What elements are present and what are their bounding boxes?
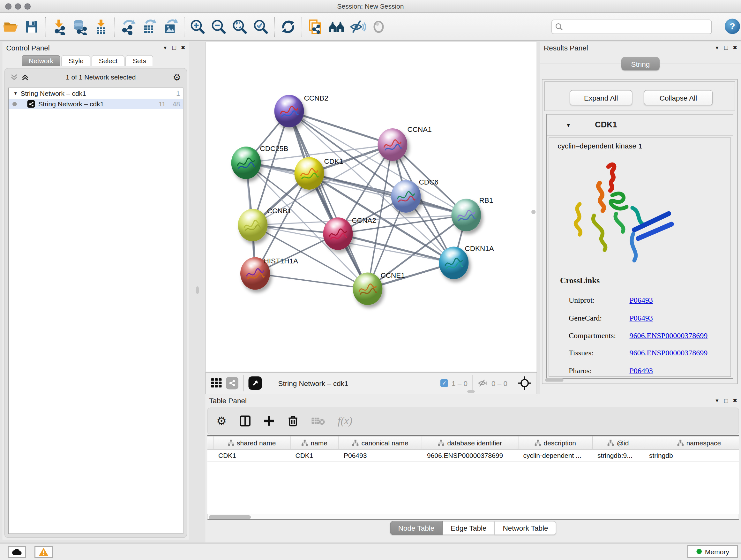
export-table-button[interactable] bbox=[139, 16, 160, 37]
chevron-down-icon[interactable]: ▼ bbox=[13, 91, 17, 96]
panel-close-icon[interactable]: ✖ bbox=[181, 44, 185, 51]
panel-float-icon[interactable]: □ bbox=[724, 397, 728, 404]
expand-all-button[interactable]: Expand All bbox=[569, 90, 632, 105]
network-node-ccna1[interactable] bbox=[378, 128, 408, 161]
collapse-all-icon[interactable] bbox=[10, 73, 18, 81]
network-node-ccnb1[interactable] bbox=[238, 209, 268, 241]
table-hscroll-thumb[interactable] bbox=[209, 515, 251, 519]
chevron-down-icon[interactable]: ▼ bbox=[566, 122, 571, 128]
network-collection-row[interactable]: ▼ String Network – cdk1 1 bbox=[9, 88, 183, 99]
network-edge[interactable] bbox=[289, 111, 367, 289]
table-cell[interactable]: stringdb:9... bbox=[593, 450, 644, 461]
panel-menu-icon[interactable]: ▼ bbox=[163, 45, 167, 50]
crosslink-link[interactable]: P06493 bbox=[630, 296, 653, 305]
network-node-ccne1[interactable] bbox=[353, 273, 383, 305]
network-node-cdc6[interactable] bbox=[391, 180, 421, 212]
network-node-ccna2[interactable] bbox=[323, 217, 353, 250]
show-columns-button[interactable] bbox=[239, 415, 251, 427]
network-overview-button[interactable] bbox=[226, 377, 239, 389]
column-header-database-identifier[interactable]: database identifier bbox=[422, 436, 519, 449]
export-network-button[interactable] bbox=[118, 16, 139, 37]
panel-menu-icon[interactable]: ▼ bbox=[715, 398, 720, 403]
results-hscroll-thumb[interactable] bbox=[545, 378, 563, 382]
gear-icon[interactable]: ⚙ bbox=[173, 71, 181, 83]
crosslink-link[interactable]: 9606.ENSP00000378699 bbox=[630, 349, 708, 357]
memory-button[interactable]: Memory bbox=[687, 545, 738, 558]
network-node-ccnb2[interactable] bbox=[274, 95, 304, 127]
export-image-button[interactable] bbox=[160, 16, 181, 37]
share-document-button[interactable] bbox=[305, 16, 326, 37]
tab-sets[interactable]: Sets bbox=[126, 55, 153, 66]
table-options-button[interactable]: ⚙ bbox=[216, 415, 226, 428]
column-header--id[interactable]: @id bbox=[593, 436, 644, 449]
column-header-name[interactable]: name bbox=[291, 436, 339, 449]
table-cell[interactable]: 9606.ENSP00000378699 bbox=[422, 450, 519, 461]
zoom-fit-button[interactable] bbox=[229, 16, 251, 37]
crosshair-icon[interactable] bbox=[518, 376, 532, 390]
network-node-rb1[interactable] bbox=[452, 199, 481, 232]
delete-column-button[interactable] bbox=[287, 415, 298, 427]
help-button[interactable]: ? bbox=[725, 19, 740, 34]
import-network-database-button[interactable] bbox=[70, 16, 91, 37]
panel-float-icon[interactable]: □ bbox=[724, 44, 728, 51]
table-hscrollbar[interactable] bbox=[207, 514, 739, 520]
results-panel: Results Panel ▼ □ ✖ String Expand All Co… bbox=[540, 42, 741, 394]
open-file-button[interactable] bbox=[0, 16, 21, 37]
search-input[interactable] bbox=[563, 23, 711, 30]
column-header-description[interactable]: description bbox=[519, 436, 593, 449]
return-to-gallery-button[interactable] bbox=[326, 16, 347, 37]
expand-all-icon[interactable] bbox=[22, 73, 29, 81]
crosslink-link[interactable]: P06493 bbox=[630, 367, 653, 375]
tab-edge-table[interactable]: Edge Table bbox=[443, 521, 495, 535]
table-cell[interactable]: P06493 bbox=[339, 450, 422, 461]
import-table-file-button[interactable] bbox=[91, 16, 112, 37]
hide-panel-button[interactable] bbox=[347, 16, 368, 37]
table-cell[interactable]: stringdb bbox=[644, 450, 739, 461]
selected-checkbox[interactable]: ✓ bbox=[441, 379, 448, 387]
table-cell[interactable]: CDK1 bbox=[291, 450, 339, 461]
tab-select[interactable]: Select bbox=[91, 55, 125, 66]
cloud-status-button[interactable] bbox=[8, 546, 26, 558]
import-network-file-button[interactable] bbox=[49, 16, 70, 37]
tab-network-table[interactable]: Network Table bbox=[495, 521, 556, 535]
panel-close-icon[interactable]: ✖ bbox=[733, 44, 737, 51]
gene-header-row[interactable]: ▼ CDK1 bbox=[547, 115, 733, 136]
zoom-selected-button[interactable] bbox=[251, 16, 272, 37]
tab-node-table[interactable]: Node Table bbox=[390, 521, 442, 535]
table-row[interactable]: CDK1CDK1P064939606.ENSP00000378699cyclin… bbox=[207, 450, 739, 462]
network-edge[interactable] bbox=[255, 273, 368, 289]
birdseye-view-button[interactable] bbox=[249, 376, 262, 390]
crosslink-link[interactable]: 9606.ENSP00000378699 bbox=[630, 331, 708, 340]
network-node-cdk1[interactable] bbox=[294, 157, 324, 190]
gene-description: cyclin–dependent kinase 1 bbox=[558, 142, 643, 150]
column-header-canonical-name[interactable]: canonical name bbox=[339, 436, 422, 449]
warnings-button[interactable] bbox=[35, 546, 53, 558]
panel-menu-icon[interactable]: ▼ bbox=[715, 45, 720, 50]
zoom-in-button[interactable] bbox=[187, 16, 208, 37]
tab-string[interactable]: String bbox=[621, 57, 660, 71]
tab-network[interactable]: Network bbox=[22, 55, 61, 66]
network-row[interactable]: String Network – cdk1 11 48 bbox=[9, 99, 183, 109]
splitter-handle-vertical[interactable] bbox=[196, 287, 199, 294]
create-column-button[interactable] bbox=[263, 415, 274, 427]
table-cell[interactable]: CDK1 bbox=[213, 450, 291, 461]
show-panel-button[interactable] bbox=[368, 16, 389, 37]
crosslink-link[interactable]: P06493 bbox=[630, 314, 653, 322]
save-session-button[interactable] bbox=[21, 16, 42, 37]
network-node-cdkn1a[interactable] bbox=[439, 247, 469, 279]
zoom-out-button[interactable] bbox=[208, 16, 229, 37]
splitter-handle-horizontal[interactable] bbox=[467, 390, 475, 393]
table-cell[interactable]: cyclin-dependent ... bbox=[519, 450, 593, 461]
column-header-shared-name[interactable]: shared name bbox=[213, 436, 291, 449]
panel-close-icon[interactable]: ✖ bbox=[733, 397, 737, 403]
network-node-cdc25b[interactable] bbox=[231, 146, 261, 179]
grid-view-button[interactable] bbox=[211, 377, 222, 390]
network-edge[interactable] bbox=[289, 111, 393, 145]
refresh-view-button[interactable] bbox=[278, 16, 299, 37]
collapse-all-button[interactable]: Collapse All bbox=[644, 90, 713, 105]
tab-style[interactable]: Style bbox=[62, 55, 91, 66]
column-header-namespace[interactable]: namespace bbox=[644, 436, 739, 449]
panel-float-icon[interactable]: □ bbox=[172, 44, 176, 51]
network-view-canvas[interactable]: CCNB2CCNA1CDC25BCDK1CDC6RB1CCNB1CCNA2CDK… bbox=[205, 42, 537, 372]
splitter-handle-right[interactable] bbox=[531, 210, 536, 214]
